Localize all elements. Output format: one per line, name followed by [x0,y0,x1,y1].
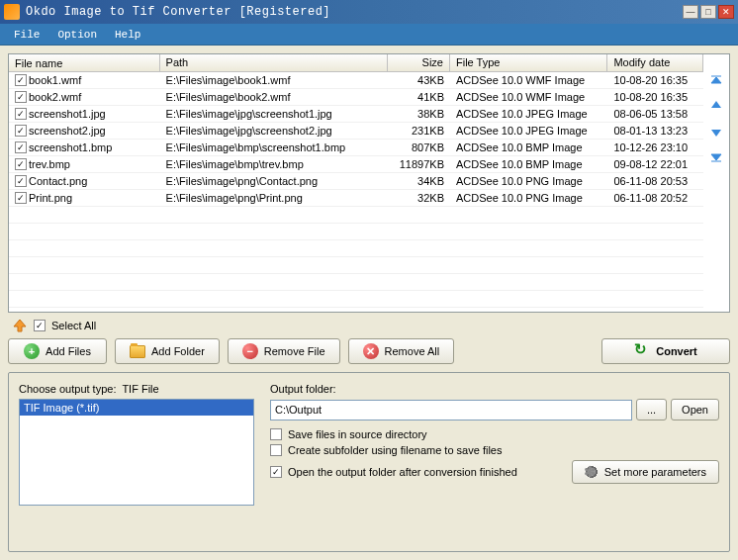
file-size: 34KB [388,174,450,188]
remove-file-button[interactable]: −Remove File [228,338,340,364]
row-checkbox[interactable]: ✓ [15,108,27,120]
maximize-button[interactable]: □ [700,5,716,19]
table-row [9,257,703,274]
add-folder-button[interactable]: Add Folder [115,338,220,364]
file-name: book2.wmf [29,91,81,103]
plus-icon: + [24,343,40,359]
create-sub-checkbox[interactable] [270,444,282,456]
save-source-checkbox[interactable] [270,428,282,440]
file-size: 807KB [388,140,450,154]
file-date: 06-11-08 20:53 [607,174,703,188]
output-type-label: Choose output type: [19,383,116,395]
file-list-panel: File name Path Size File Type Modify dat… [8,53,730,313]
remove-all-button[interactable]: ✕Remove All [348,338,455,364]
window-title: Okdo Image to Tif Converter [Registered] [26,5,683,19]
row-checkbox[interactable]: ✓ [15,91,27,103]
minus-icon: − [242,343,258,359]
menu-help[interactable]: Help [107,27,148,43]
col-header-size[interactable]: Size [388,54,450,71]
app-icon [4,4,20,20]
output-type-list[interactable]: TIF Image (*.tif) [19,399,254,506]
file-path: E:\Files\image\jpg\screenshot2.jpg [160,124,388,138]
table-row [9,240,703,257]
file-size: 32KB [388,191,450,205]
move-top-button[interactable] [708,72,724,88]
save-source-label: Save files in source directory [288,428,427,440]
select-all-label: Select All [51,320,96,331]
row-checkbox[interactable]: ✓ [15,125,27,137]
file-date: 10-12-26 23:10 [607,140,703,154]
close-button[interactable]: ✕ [718,5,734,19]
menubar: File Option Help [0,24,738,46]
table-row [9,274,703,291]
table-row[interactable]: ✓Print.pngE:\Files\image\png\Print.png32… [9,190,703,207]
open-after-label: Open the output folder after conversion … [288,466,517,478]
row-checkbox[interactable]: ✓ [15,74,27,86]
file-name: screenshot2.jpg [29,125,106,137]
convert-icon [634,343,650,359]
up-folder-icon[interactable] [12,319,28,332]
menu-option[interactable]: Option [49,27,105,43]
file-name: trev.bmp [29,158,70,170]
x-icon: ✕ [363,343,379,359]
file-date: 06-11-08 20:52 [607,191,703,205]
col-header-type[interactable]: File Type [450,54,607,71]
add-files-button[interactable]: +Add Files [8,338,107,364]
table-row[interactable]: ✓screenshot2.jpgE:\Files\image\jpg\scree… [9,123,703,140]
browse-button[interactable]: ... [636,399,667,420]
file-name: Contact.png [29,175,87,187]
file-type: ACDSee 10.0 JPEG Image [450,107,607,121]
table-row[interactable]: ✓book1.wmfE:\Files\image\book1.wmf43KBAC… [9,72,703,89]
file-size: 231KB [388,124,450,138]
minimize-button[interactable]: — [683,5,698,19]
row-checkbox[interactable]: ✓ [15,158,27,170]
output-folder-input[interactable] [270,400,632,420]
file-type: ACDSee 10.0 PNG Image [450,191,607,205]
set-more-parameters-button[interactable]: Set more parameters [572,460,719,484]
file-path: E:\Files\image\book1.wmf [160,73,388,87]
file-path: E:\Files\image\bmp\screenshot1.bmp [160,140,388,154]
file-date: 08-01-13 13:23 [607,124,703,138]
file-type: ACDSee 10.0 PNG Image [450,174,607,188]
file-name: Print.png [29,192,72,204]
file-size: 41KB [388,90,450,104]
file-size: 43KB [388,73,450,87]
output-type-value: TIF File [122,383,158,395]
folder-icon [130,345,145,358]
file-size: 11897KB [388,157,450,171]
menu-file[interactable]: File [6,27,47,43]
file-name: screenshot1.jpg [29,108,106,120]
output-type-option[interactable]: TIF Image (*.tif) [20,400,253,416]
file-path: E:\Files\image\jpg\screenshot1.jpg [160,107,388,121]
row-checkbox[interactable]: ✓ [15,192,27,204]
table-row[interactable]: ✓screenshot1.jpgE:\Files\image\jpg\scree… [9,106,703,123]
open-after-checkbox[interactable]: ✓ [270,466,282,478]
create-sub-label: Create subfolder using filename to save … [288,444,502,456]
titlebar: Okdo Image to Tif Converter [Registered]… [0,0,738,24]
table-row [9,291,703,308]
file-path: E:\Files\image\bmp\trev.bmp [160,157,388,171]
file-path: E:\Files\image\png\Print.png [160,191,388,205]
select-all-checkbox[interactable]: ✓ [34,320,46,331]
col-header-name[interactable]: File name [9,54,160,71]
row-checkbox[interactable]: ✓ [15,141,27,153]
col-header-path[interactable]: Path [160,54,388,71]
table-row[interactable]: ✓trev.bmpE:\Files\image\bmp\trev.bmp1189… [9,156,703,173]
col-header-date[interactable]: Modify date [607,54,703,71]
open-folder-button[interactable]: Open [671,399,719,420]
move-up-button[interactable] [708,98,724,114]
move-bottom-button[interactable] [708,149,724,165]
file-name: screenshot1.bmp [29,141,112,153]
table-row[interactable]: ✓screenshot1.bmpE:\Files\image\bmp\scree… [9,140,703,156]
file-date: 10-08-20 16:35 [607,90,703,104]
convert-button[interactable]: Convert [601,338,730,364]
gear-icon [585,465,599,479]
table-row[interactable]: ✓Contact.pngE:\Files\image\png\Contact.p… [9,173,703,190]
row-checkbox[interactable]: ✓ [15,175,27,187]
move-down-button[interactable] [708,124,724,140]
table-row[interactable]: ✓book2.wmfE:\Files\image\book2.wmf41KBAC… [9,89,703,106]
file-type: ACDSee 10.0 BMP Image [450,140,607,154]
table-row [9,224,703,240]
file-date: 09-08-12 22:01 [607,157,703,171]
file-path: E:\Files\image\png\Contact.png [160,174,388,188]
